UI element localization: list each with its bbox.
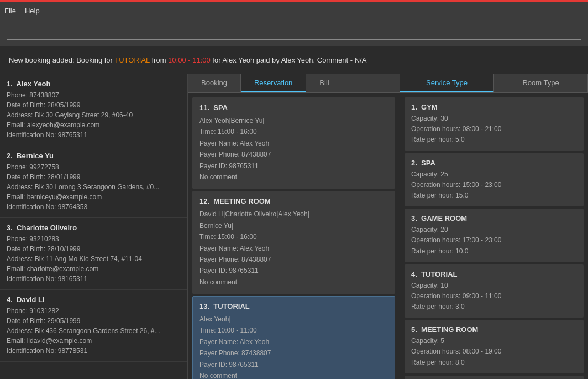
notif-middle3: paid by (254, 56, 281, 64)
notif-time: 10:00 - 11:00 (168, 56, 211, 64)
service-card-1[interactable]: 1. GYM Capacity: 30 Operation hours: 08:… (405, 97, 584, 151)
notif-suffix: . Comment - N/A (313, 56, 367, 64)
reservation-detail-12: David Li|Charlotte Oliveiro|Alex Yeoh| B… (200, 209, 388, 288)
tab-reservation[interactable]: Reservation (241, 74, 306, 92)
service-card-4[interactable]: 4. TUTORIAL Capacity: 10 Operation hours… (405, 264, 584, 318)
reservation-detail-13: Alex Yeoh| Time: 10:00 - 11:00 Payer Nam… (200, 314, 388, 379)
user-detail-2: Phone: 99272758 Date of Birth: 28/01/199… (7, 162, 181, 212)
menu-bar: File Help (0, 2, 588, 19)
right-tab-bar: Service Type Room Type (400, 74, 588, 93)
reservations-list: 11. SPA Alex Yeoh|Bernice Yu| Time: 15:0… (188, 93, 400, 379)
service-detail-2: Capacity: 25 Operation hours: 15:00 - 23… (411, 169, 577, 201)
user-name-3: 3. Charlotte Oliveiro (7, 224, 181, 232)
notif-middle2: for (211, 56, 223, 64)
service-detail-3: Capacity: 20 Operation hours: 17:00 - 23… (411, 225, 577, 257)
reservation-title-13: 13. TUTORIAL (200, 302, 388, 310)
reservation-card-13[interactable]: 13. TUTORIAL Alex Yeoh| Time: 10:00 - 11… (192, 296, 395, 379)
service-title-1: 1. GYM (411, 103, 577, 111)
user-detail-1: Phone: 87438807 Date of Birth: 28/05/199… (7, 90, 181, 140)
user-item-4[interactable]: 4. David Li Phone: 91031282 Date of Birt… (0, 290, 187, 362)
service-card-3[interactable]: 3. GAME ROOM Capacity: 20 Operation hour… (405, 209, 584, 262)
main-layout: 1. Alex Yeoh Phone: 87438807 Date of Bir… (0, 74, 588, 379)
tab-bill[interactable]: Bill (306, 74, 343, 92)
center-tab-bar: Booking Reservation Bill (188, 74, 400, 93)
reservation-title-12: 12. MEETING ROOM (200, 197, 388, 205)
user-item-1[interactable]: 1. Alex Yeoh Phone: 87438807 Date of Bir… (0, 74, 187, 146)
menu-file[interactable]: File (4, 7, 16, 15)
right-panel: Service Type Room Type 1. GYM Capacity: … (400, 74, 588, 379)
tab-room-type[interactable]: Room Type (494, 74, 588, 92)
search-input[interactable] (7, 25, 581, 40)
center-panel: Booking Reservation Bill 11. SPA Alex Ye… (188, 74, 400, 379)
service-title-4: 4. TUTORIAL (411, 270, 577, 278)
service-title-5: 5. MEETING ROOM (411, 325, 577, 334)
reservation-title-11: 11. SPA (200, 103, 388, 112)
tab-service-type[interactable]: Service Type (400, 74, 494, 92)
service-detail-4: Capacity: 10 Operation hours: 09:00 - 11… (411, 281, 577, 313)
notif-username: Alex Yeoh (222, 56, 254, 64)
user-name-2: 2. Bernice Yu (7, 152, 181, 160)
service-card-2[interactable]: 2. SPA Capacity: 25 Operation hours: 15:… (405, 153, 584, 207)
service-list: 1. GYM Capacity: 30 Operation hours: 08:… (400, 93, 588, 379)
service-title-2: 2. SPA (411, 159, 577, 167)
user-item-2[interactable]: 2. Bernice Yu Phone: 99272758 Date of Bi… (0, 146, 187, 218)
notif-middle: from (150, 56, 168, 64)
user-name-1: 1. Alex Yeoh (7, 80, 181, 88)
reservation-card-12[interactable]: 12. MEETING ROOM David Li|Charlotte Oliv… (192, 191, 395, 294)
service-detail-5: Capacity: 5 Operation hours: 08:00 - 19:… (411, 336, 577, 368)
reservation-detail-11: Alex Yeoh|Bernice Yu| Time: 15:00 - 16:0… (200, 115, 388, 183)
user-name-4: 4. David Li (7, 295, 181, 304)
reservation-card-11[interactable]: 11. SPA Alex Yeoh|Bernice Yu| Time: 15:0… (192, 97, 395, 189)
service-card-6[interactable]: 6. LOUNGE (405, 376, 584, 379)
notif-service: TUTORIAL (114, 56, 150, 64)
notif-prefix: New booking added: Booking for (9, 56, 114, 64)
left-panel: 1. Alex Yeoh Phone: 87438807 Date of Bir… (0, 74, 188, 379)
tab-booking[interactable]: Booking (188, 74, 241, 92)
user-detail-3: Phone: 93210283 Date of Birth: 28/10/199… (7, 234, 181, 284)
notification-bar: New booking added: Booking for TUTORIAL … (0, 46, 588, 74)
service-card-5[interactable]: 5. MEETING ROOM Capacity: 5 Operation ho… (405, 320, 584, 373)
service-title-3: 3. GAME ROOM (411, 214, 577, 222)
menu-help[interactable]: Help (25, 7, 40, 15)
user-item-3[interactable]: 3. Charlotte Oliveiro Phone: 93210283 Da… (0, 218, 187, 290)
search-bar-area (0, 19, 588, 46)
user-detail-4: Phone: 91031282 Date of Birth: 29/05/199… (7, 306, 181, 356)
notif-payer: Alex Yeoh (281, 56, 313, 64)
service-detail-1: Capacity: 30 Operation hours: 08:00 - 21… (411, 113, 577, 146)
